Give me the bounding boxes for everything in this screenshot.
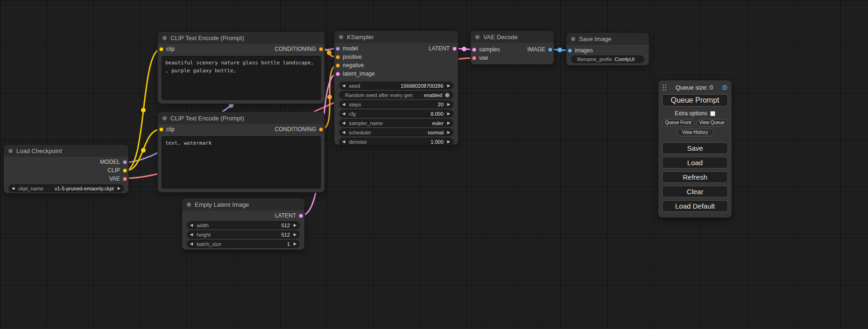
widget-scheduler[interactable]: ◀ scheduler normal ▶ — [339, 128, 453, 136]
node-clip-text-encode-negative[interactable]: CLIP Text Encode (Prompt) clip CONDITION… — [158, 112, 325, 192]
widget-value: 20 — [438, 102, 444, 107]
widget-random-seed-toggle[interactable]: Random seed after every gen enabled — [339, 91, 453, 99]
node-title-bar[interactable]: CLIP Text Encode (Prompt) — [158, 32, 325, 44]
node-ksampler[interactable]: KSampler model LATENT positive negative — [334, 31, 458, 145]
refresh-button[interactable]: Refresh — [662, 171, 728, 183]
toggle-knob-icon[interactable] — [445, 93, 450, 98]
latent-image-input-port[interactable] — [336, 72, 340, 76]
node-title-bar[interactable]: Save Image — [566, 33, 649, 45]
load-button[interactable]: Load — [662, 157, 728, 168]
node-status-icon — [475, 35, 480, 39]
widget-value: 1.000 — [430, 139, 444, 145]
clip-output-port[interactable] — [123, 168, 127, 173]
decrement-icon[interactable]: ◀ — [190, 224, 193, 227]
increment-icon[interactable]: ▶ — [118, 187, 120, 190]
increment-icon[interactable]: ▶ — [294, 233, 296, 237]
latent-output-port[interactable] — [452, 47, 457, 51]
increment-icon[interactable]: ▶ — [447, 84, 450, 88]
increment-icon[interactable]: ▶ — [447, 121, 450, 125]
widget-value: normal — [428, 130, 444, 135]
node-status-icon — [571, 37, 575, 41]
vae-input-port[interactable] — [472, 56, 476, 60]
widget-value: 512 — [281, 232, 289, 238]
decrement-icon[interactable]: ◀ — [342, 103, 345, 106]
widget-cfg[interactable]: ◀ cfg 8.000 ▶ — [339, 110, 453, 118]
widget-width[interactable]: ◀ width 512 ▶ — [187, 221, 300, 229]
decrement-icon[interactable]: ◀ — [12, 187, 14, 190]
node-load-checkpoint[interactable]: Load Checkpoint MODEL CLIP VAE ◀ ckpt_na… — [4, 145, 128, 193]
input-label: clip — [166, 46, 175, 52]
conditioning-output-port[interactable] — [319, 47, 323, 51]
drag-handle-icon[interactable] — [662, 84, 667, 91]
vae-output-port[interactable] — [123, 177, 127, 181]
increment-icon[interactable]: ▶ — [294, 224, 296, 227]
image-output-port[interactable] — [548, 48, 552, 52]
widget-batch-size[interactable]: ◀ batch_size 1 ▶ — [187, 240, 300, 248]
clip-input-port[interactable] — [159, 47, 163, 51]
node-clip-text-encode-positive[interactable]: CLIP Text Encode (Prompt) clip CONDITION… — [158, 32, 325, 104]
positive-input-port[interactable] — [336, 55, 340, 59]
increment-icon[interactable]: ▶ — [447, 140, 450, 144]
node-title-bar[interactable]: VAE Decode — [471, 31, 554, 43]
conditioning-output-port[interactable] — [319, 127, 323, 132]
decrement-icon[interactable]: ◀ — [342, 140, 345, 144]
widget-sampler-name[interactable]: ◀ sampler_name euler ▶ — [339, 119, 453, 127]
decrement-icon[interactable]: ◀ — [342, 112, 345, 116]
link-midpoint-dot — [229, 103, 233, 108]
extra-options-label: Extra options — [675, 110, 707, 117]
positive-prompt-input[interactable]: beautiful scenery nature glass bottle la… — [162, 56, 321, 100]
node-save-image[interactable]: Save Image images filename_prefix ComfyU… — [566, 33, 649, 65]
widget-filename-prefix[interactable]: filename_prefix ComfyUI — [571, 56, 644, 63]
widget-height[interactable]: ◀ height 512 ▶ — [187, 231, 300, 238]
clip-input-port[interactable] — [159, 127, 163, 132]
load-default-button[interactable]: Load Default — [662, 200, 728, 212]
save-button[interactable]: Save — [662, 142, 728, 154]
negative-prompt-input[interactable]: text, watermark — [162, 136, 321, 189]
output-label: MODEL — [100, 159, 120, 165]
view-queue-button[interactable]: View Queue — [696, 119, 728, 126]
node-title-bar[interactable]: CLIP Text Encode (Prompt) — [158, 112, 325, 124]
model-output-port[interactable] — [123, 160, 127, 164]
increment-icon[interactable]: ▶ — [447, 112, 450, 116]
queue-prompt-button[interactable]: Queue Prompt — [662, 94, 728, 106]
link-midpoint-dot — [327, 50, 332, 55]
samples-input-port[interactable] — [472, 48, 476, 52]
extra-options-checkbox[interactable] — [710, 111, 715, 116]
view-history-button[interactable]: View History — [677, 129, 714, 136]
node-title-bar[interactable]: Load Checkpoint — [4, 145, 128, 157]
widget-label: width — [197, 223, 209, 228]
widget-value: 156680208700286 — [401, 83, 444, 89]
link-midpoint-dot — [327, 95, 332, 99]
settings-gear-icon[interactable]: ⚙ — [722, 84, 728, 91]
widget-label: sampler_name — [349, 120, 383, 126]
widget-value: enabled — [424, 92, 442, 98]
increment-icon[interactable]: ▶ — [447, 131, 450, 134]
clear-button[interactable]: Clear — [662, 186, 728, 197]
negative-input-port[interactable] — [336, 63, 340, 68]
node-vae-decode[interactable]: VAE Decode samples IMAGE vae — [471, 31, 554, 64]
node-status-icon — [162, 36, 167, 40]
widget-steps[interactable]: ◀ steps 20 ▶ — [339, 100, 453, 108]
link-midpoint-dot — [557, 48, 562, 52]
queue-front-button[interactable]: Queue Front — [662, 119, 694, 126]
node-empty-latent-image[interactable]: Empty Latent Image LATENT ◀ width 512 ▶ … — [182, 198, 304, 250]
decrement-icon[interactable]: ◀ — [190, 242, 193, 246]
widget-value: 8.000 — [430, 111, 444, 117]
widget-seed[interactable]: ◀ seed 156680208700286 ▶ — [339, 82, 453, 90]
output-label: VAE — [109, 175, 120, 182]
increment-icon[interactable]: ▶ — [447, 103, 450, 106]
decrement-icon[interactable]: ◀ — [342, 121, 345, 125]
node-canvas[interactable]: Load Checkpoint MODEL CLIP VAE ◀ ckpt_na… — [0, 0, 868, 329]
node-title-bar[interactable]: KSampler — [334, 31, 458, 43]
widget-denoise[interactable]: ◀ denoise 1.000 ▶ — [339, 138, 453, 146]
widget-value: 512 — [281, 223, 289, 228]
node-title-bar[interactable]: Empty Latent Image — [182, 198, 304, 210]
decrement-icon[interactable]: ◀ — [190, 233, 193, 237]
widget-ckpt-name[interactable]: ◀ ckpt_name v1-5-pruned-emaonly.ckpt ▶ — [8, 184, 124, 192]
decrement-icon[interactable]: ◀ — [342, 84, 345, 88]
increment-icon[interactable]: ▶ — [294, 242, 296, 246]
latent-output-port[interactable] — [299, 214, 303, 218]
model-input-port[interactable] — [336, 47, 340, 51]
images-input-port[interactable] — [568, 49, 572, 53]
decrement-icon[interactable]: ◀ — [342, 131, 345, 134]
